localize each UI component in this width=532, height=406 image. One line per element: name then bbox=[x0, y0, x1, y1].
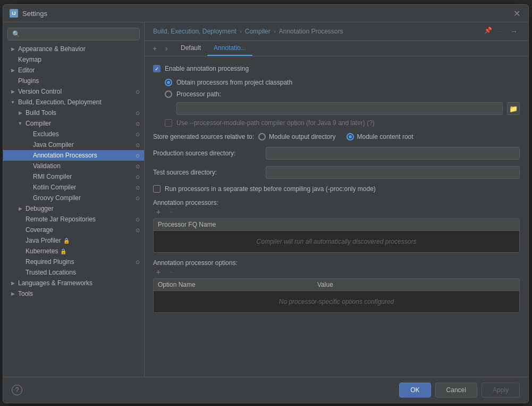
sidebar-item-coverage[interactable]: ▶ Coverage ⊙ bbox=[3, 225, 144, 235]
sidebar-item-label: Version Control bbox=[18, 88, 62, 95]
sidebar-item-compiler[interactable]: ▼ Compiler ⊙ bbox=[3, 118, 144, 129]
sidebar-item-label: Validation bbox=[33, 162, 61, 170]
remove-option-button[interactable]: − bbox=[166, 267, 176, 277]
module-output-option: Module output directory bbox=[258, 133, 335, 140]
sidebar-item-label: Excludes bbox=[33, 130, 59, 138]
annotation-processors-label: Annotation processors: bbox=[153, 199, 218, 206]
sidebar-item-label: Plugins bbox=[18, 77, 39, 85]
enable-annotation-checkbox[interactable]: ✓ bbox=[153, 65, 161, 72]
breadcrumb-pin-icon: 📌 bbox=[484, 27, 492, 36]
processor-fq-header: Processor FQ Name bbox=[154, 219, 519, 230]
sidebar-item-groovy-compiler[interactable]: ▶ Groovy Compiler ⊙ bbox=[3, 193, 144, 203]
run-processors-checkbox[interactable] bbox=[153, 185, 161, 193]
processor-path-row: Processor path: bbox=[165, 90, 520, 98]
expand-icon: ▶ bbox=[17, 205, 23, 212]
tab-annotation[interactable]: Annotatio... bbox=[207, 41, 252, 56]
expand-icon: ▼ bbox=[10, 99, 16, 105]
nav-back-button[interactable]: ← bbox=[494, 27, 506, 36]
module-content-option: Module content root bbox=[347, 133, 413, 140]
production-dir-input[interactable]: target\generated-sources\annotations bbox=[266, 147, 520, 160]
search-input[interactable] bbox=[23, 30, 135, 38]
breadcrumb-nav: 📌 ← → bbox=[484, 27, 520, 36]
test-dir-label: Test sources directory: bbox=[153, 169, 259, 176]
sidebar-item-label: Java Profiler bbox=[26, 237, 61, 244]
sidebar-item-label: Compiler bbox=[26, 120, 51, 127]
indent-block: Obtain processors from project classpath… bbox=[165, 79, 520, 127]
add-profile-button[interactable]: + bbox=[149, 41, 161, 56]
nav-profile-button[interactable]: › bbox=[161, 41, 172, 56]
expand-icon: ▶ bbox=[10, 46, 16, 52]
sidebar-item-java-profiler[interactable]: ▶ Java Profiler 🔒 bbox=[3, 235, 144, 246]
sidebar-item-editor[interactable]: ▶ Editor bbox=[3, 65, 144, 76]
options-empty-text: No processor-specific options configured bbox=[279, 298, 394, 305]
sidebar-item-java-compiler[interactable]: ▶ Java Compiler ⊙ bbox=[3, 139, 144, 150]
sidebar-item-rmi-compiler[interactable]: ▶ RMI Compiler ⊙ bbox=[3, 171, 144, 182]
sidebar-item-excludes[interactable]: ▶ Excludes ⊙ bbox=[3, 129, 144, 139]
dialog-footer: ? OK Cancel Apply bbox=[3, 377, 528, 403]
sidebar-item-validation[interactable]: ▶ Validation ⊙ bbox=[3, 161, 144, 171]
module-content-radio[interactable] bbox=[347, 133, 354, 140]
sidebar-item-version-control[interactable]: ▶ Version Control ⊙ bbox=[3, 86, 144, 97]
close-button[interactable]: ✕ bbox=[511, 8, 522, 19]
remove-processor-button[interactable]: − bbox=[166, 206, 176, 217]
browse-folder-button[interactable]: 📁 bbox=[507, 102, 520, 115]
option-name-header: Option Name bbox=[154, 279, 313, 291]
sidebar-item-debugger[interactable]: ▶ Debugger bbox=[3, 203, 144, 214]
run-processors-row: Run processors in a separate step before… bbox=[153, 185, 520, 193]
module-output-radio[interactable] bbox=[258, 133, 266, 140]
sidebar-item-label: Java Compiler bbox=[33, 141, 74, 148]
cancel-button[interactable]: Cancel bbox=[435, 383, 477, 397]
sidebar-item-label: Groovy Compiler bbox=[33, 194, 81, 202]
module-path-checkbox[interactable] bbox=[165, 119, 172, 127]
expand-icon: ▼ bbox=[17, 120, 23, 127]
module-output-label: Module output directory bbox=[269, 133, 335, 140]
sidebar-item-build-tools[interactable]: ▶ Build Tools ⊙ bbox=[3, 107, 144, 118]
help-button[interactable]: ? bbox=[12, 385, 22, 395]
breadcrumb-annotation: Annotation Processors bbox=[279, 28, 343, 35]
footer-right: OK Cancel Apply bbox=[399, 383, 520, 397]
sync-icon: ⊙ bbox=[136, 217, 140, 222]
apply-button[interactable]: Apply bbox=[482, 383, 520, 397]
sidebar-item-keymap[interactable]: ▶ Keymap bbox=[3, 54, 144, 65]
ok-button[interactable]: OK bbox=[399, 383, 430, 397]
sync-icon: ⊙ bbox=[136, 121, 140, 127]
settings-dialog: IJ Settings ✕ 🔍 ▶ Appearance & Behavior … bbox=[3, 4, 529, 403]
module-content-label: Module content root bbox=[357, 133, 413, 140]
breadcrumb-build[interactable]: Build, Execution, Deployment bbox=[153, 28, 237, 35]
sidebar-item-label: Tools bbox=[18, 290, 33, 297]
test-dir-input[interactable]: target\generated-test-sources\test-annot… bbox=[266, 166, 520, 179]
sidebar-item-plugins[interactable]: ▶ Plugins bbox=[3, 76, 144, 86]
sidebar-item-label: Appearance & Behavior bbox=[18, 45, 86, 53]
sidebar-item-trusted-locations[interactable]: ▶ Trusted Locations bbox=[3, 267, 144, 278]
annotation-options-section: Annotation processor options: + − Option… bbox=[153, 259, 520, 313]
sidebar-item-required-plugins[interactable]: ▶ Required Plugins ⊙ bbox=[3, 256, 144, 267]
sidebar-item-languages[interactable]: ▶ Languages & Frameworks bbox=[3, 278, 144, 288]
sidebar-item-remote-jar[interactable]: ▶ Remote Jar Repositories ⊙ bbox=[3, 214, 144, 225]
add-option-button[interactable]: + bbox=[153, 267, 164, 277]
sidebar-item-tools[interactable]: ▶ Tools bbox=[3, 288, 144, 299]
search-box[interactable]: 🔍 bbox=[7, 28, 140, 40]
lock-icon: 🔒 bbox=[60, 248, 66, 254]
sidebar-item-label: RMI Compiler bbox=[33, 173, 72, 180]
sidebar-item-build[interactable]: ▼ Build, Execution, Deployment bbox=[3, 97, 144, 107]
add-processor-button[interactable]: + bbox=[153, 206, 164, 217]
expand-icon: ▶ bbox=[10, 88, 16, 95]
check-icon: ✓ bbox=[155, 66, 159, 72]
nav-forward-button[interactable]: → bbox=[508, 27, 520, 36]
processor-path-radio[interactable] bbox=[165, 90, 172, 98]
breadcrumb-compiler[interactable]: Compiler bbox=[245, 28, 271, 35]
tab-default[interactable]: Default bbox=[174, 41, 207, 56]
sidebar-item-label: Keymap bbox=[18, 56, 41, 63]
sidebar-item-kotlin-compiler[interactable]: ▶ Kotlin Compiler ⊙ bbox=[3, 182, 144, 193]
obtain-processors-radio[interactable] bbox=[165, 79, 172, 86]
table-header: Processor FQ Name bbox=[154, 219, 519, 231]
module-path-row: Use --processor-module-path compiler opt… bbox=[165, 119, 520, 127]
production-dir-row: Production sources directory: target\gen… bbox=[153, 147, 520, 160]
annotation-processors-section: Annotation processors: + − Processor FQ … bbox=[153, 199, 520, 253]
sidebar-item-appearance[interactable]: ▶ Appearance & Behavior bbox=[3, 44, 144, 54]
sidebar-item-annotation-processors[interactable]: ▶ Annotation Processors ⊙ bbox=[3, 150, 144, 161]
expand-icon: ▶ bbox=[17, 110, 23, 116]
sidebar-item-kubernetes[interactable]: ▶ Kubernetes 🔒 bbox=[3, 246, 144, 256]
processor-path-input[interactable]: C:\Users\gmede\.m2\repository\org\projec… bbox=[176, 102, 503, 115]
sync-icon: ⊙ bbox=[136, 185, 140, 190]
